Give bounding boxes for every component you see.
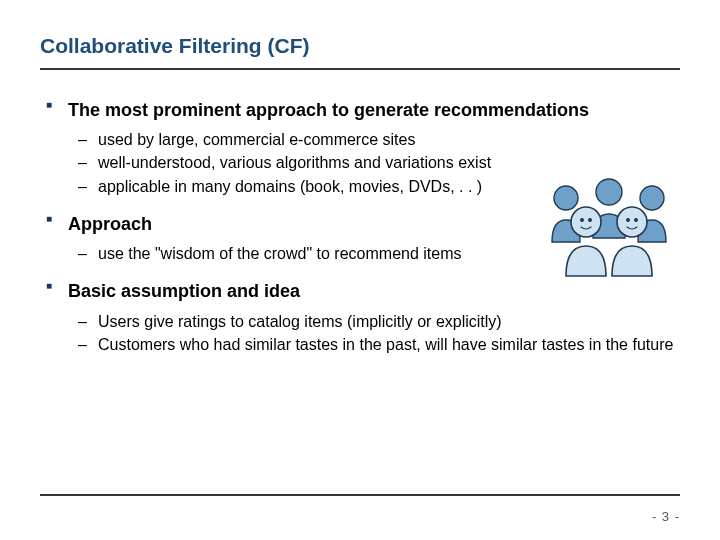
svg-point-8: [635, 219, 638, 222]
bullet-head: Basic assumption and idea: [68, 279, 680, 303]
sub-list: Users give ratings to catalog items (imp…: [74, 310, 680, 356]
sub-item: Customers who had similar tastes in the …: [74, 333, 680, 356]
svg-point-1: [596, 179, 622, 205]
bullet-head: The most prominent approach to generate …: [68, 98, 680, 122]
slide-content: The most prominent approach to generate …: [40, 98, 680, 356]
slide-title: Collaborative Filtering (CF): [40, 34, 680, 70]
page-number: - 3 -: [652, 509, 680, 524]
bullet-item: Basic assumption and idea Users give rat…: [40, 279, 680, 356]
slide: Collaborative Filtering (CF) The most pr…: [0, 0, 720, 540]
sub-item: used by large, commercial e-commerce sit…: [74, 128, 680, 151]
footer-rule: [40, 494, 680, 496]
people-group-icon: [544, 172, 674, 282]
svg-point-5: [581, 219, 584, 222]
sub-item: Users give ratings to catalog items (imp…: [74, 310, 680, 333]
svg-point-2: [640, 186, 664, 210]
svg-point-6: [589, 219, 592, 222]
svg-point-4: [617, 207, 647, 237]
svg-point-3: [571, 207, 601, 237]
svg-point-7: [627, 219, 630, 222]
svg-point-0: [554, 186, 578, 210]
